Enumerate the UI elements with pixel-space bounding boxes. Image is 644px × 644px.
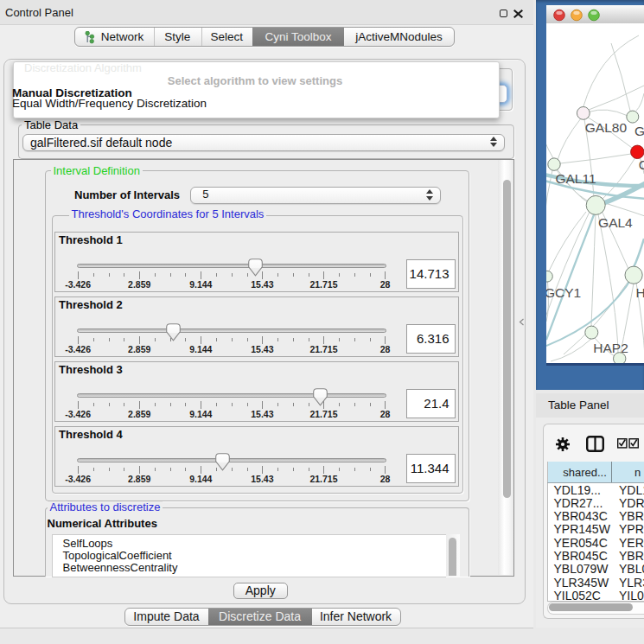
- svg-text:GCY1: GCY1: [546, 285, 581, 300]
- svg-text:H: H: [636, 285, 644, 300]
- svg-text:GAL80: GAL80: [585, 120, 628, 135]
- svg-text:GAL4: GAL4: [598, 215, 633, 230]
- svg-text:GAL11: GAL11: [555, 171, 596, 186]
- svg-text:HAP2: HAP2: [593, 341, 628, 355]
- svg-text:C: C: [639, 157, 644, 172]
- svg-text:GA: GA: [634, 124, 644, 138]
